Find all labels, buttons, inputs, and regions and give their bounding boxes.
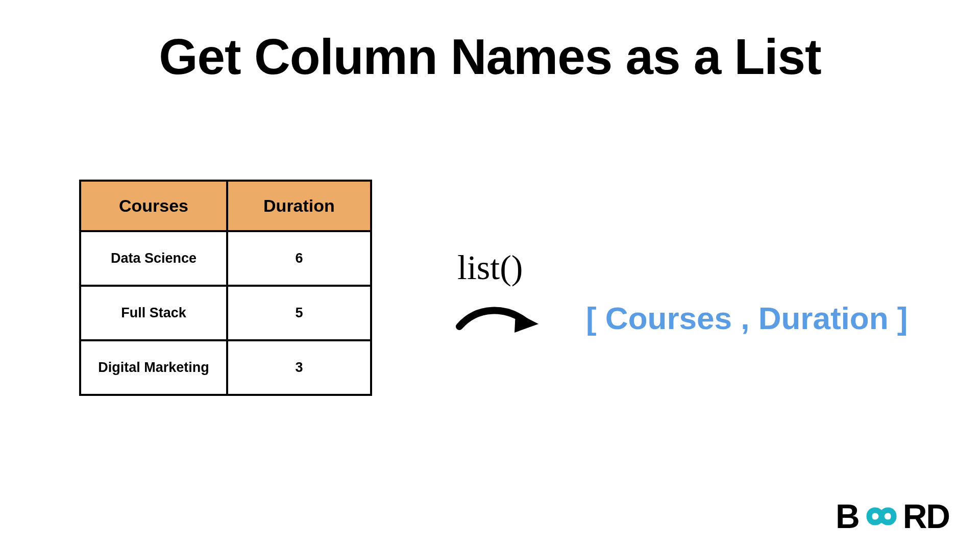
table-row: Digital Marketing 3 [80,340,371,395]
logo-text-left: B [836,497,859,536]
arrow-icon [454,301,541,337]
function-label: list() [457,247,523,288]
table-header-row: Courses Duration [80,181,371,231]
table-row: Full Stack 5 [80,286,371,340]
cell-course: Data Science [80,231,227,286]
result-list-text: [ Courses , Duration ] [586,300,908,336]
brand-logo: B RD [836,497,949,536]
cell-duration: 6 [227,231,371,286]
cell-course: Digital Marketing [80,340,227,395]
infinity-icon [857,502,906,531]
courses-table: Courses Duration Data Science 6 Full Sta… [79,180,372,396]
logo-text-right: RD [903,497,949,536]
page-title: Get Column Names as a List [0,28,980,86]
table-row: Data Science 6 [80,231,371,286]
cell-duration: 3 [227,340,371,395]
table-header-courses: Courses [80,181,227,231]
cell-course: Full Stack [80,286,227,340]
table-header-duration: Duration [227,181,371,231]
cell-duration: 5 [227,286,371,340]
